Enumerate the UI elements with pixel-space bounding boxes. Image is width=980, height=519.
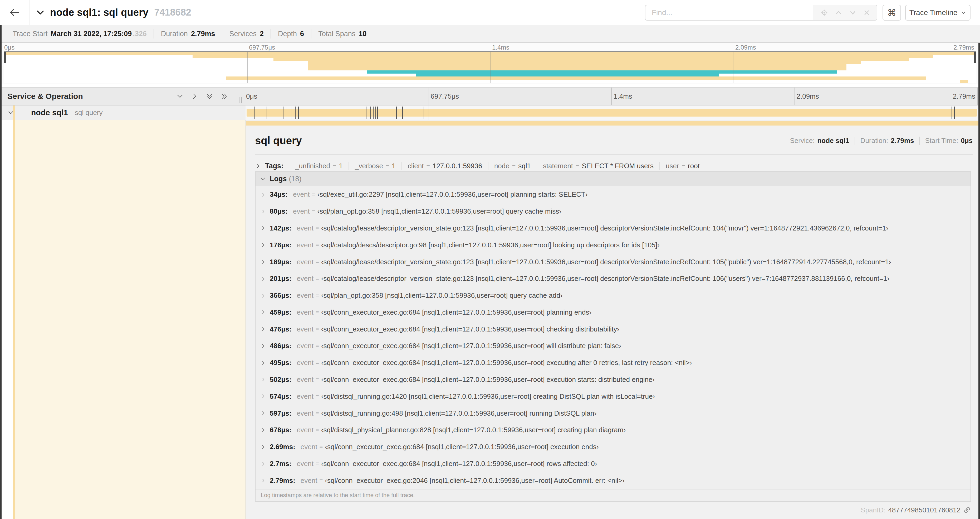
minimap-right-scrubber-handle[interactable]: [974, 52, 976, 63]
back-button[interactable]: [0, 0, 30, 25]
focus-target-icon[interactable]: [820, 9, 828, 17]
command-key-icon: ⌘: [887, 7, 896, 18]
log-tick-mark: [402, 107, 403, 119]
log-entry-row[interactable]: 366μs: event = ‹sql/plan_opt.go:358 [nsq…: [256, 287, 970, 304]
service-operation-header: Service & Operation: [0, 88, 245, 105]
expand-all-icon[interactable]: [220, 92, 228, 100]
log-tick-mark: [377, 107, 378, 119]
deep-link-icon[interactable]: [963, 506, 971, 514]
log-event-message: ‹sql/distsql_running.go:1420 [nsql1,clie…: [321, 393, 655, 401]
tag-item[interactable]: user=root: [660, 162, 705, 170]
expand-one-icon[interactable]: [191, 92, 199, 100]
log-entry-row[interactable]: 459μs: event = ‹sql/conn_executor_exec.g…: [256, 304, 970, 321]
detail-meta-item: Start Time:0μs: [920, 137, 973, 145]
log-entry-row[interactable]: 80μs: event = ‹sql/plan_opt.go:358 [nsql…: [256, 203, 970, 220]
page-title: node sql1: sql query: [50, 7, 149, 18]
span-detail-panel: sql query Service:node sql1Duration:2.79…: [246, 120, 978, 519]
log-timestamp: 80μs:: [270, 207, 288, 216]
span-row[interactable]: node sql1 sql query: [2, 105, 980, 120]
log-event-message: ‹sql/plan_opt.go:358 [nsql1,client=127.0…: [321, 291, 562, 300]
log-equals: =: [312, 208, 315, 215]
log-event-key: event: [297, 460, 313, 468]
span-operation-name: sql query: [75, 109, 103, 117]
log-equals: =: [316, 292, 319, 299]
tick-label: 0μs: [4, 44, 14, 51]
log-entry-row[interactable]: 201μs: event = ‹sql/catalog/lease/descri…: [256, 270, 970, 287]
log-equals: =: [319, 477, 323, 484]
column-resizer-grip[interactable]: [239, 97, 242, 103]
find-clear-icon[interactable]: [863, 9, 870, 16]
caret-down-icon: [961, 10, 966, 16]
find-next-icon[interactable]: [849, 9, 857, 17]
log-event-message: ‹sql/distsql_physical_planner.go:828 [ns…: [321, 426, 626, 434]
keyboard-shortcut-button[interactable]: ⌘: [883, 5, 901, 21]
log-equals: =: [316, 259, 319, 265]
log-chevron-right-icon: [260, 461, 266, 466]
tag-item[interactable]: statement=SELECT * FROM users: [537, 162, 660, 170]
log-entry-row[interactable]: 678μs: event = ‹sql/distsql_physical_pla…: [256, 422, 970, 439]
log-tick-mark: [295, 107, 296, 119]
tags-row[interactable]: Tags: _unfinished=1_verbose=1client=127.…: [255, 159, 973, 173]
tick-label: 697.75μs: [249, 44, 275, 51]
log-entry-row[interactable]: 495μs: event = ‹sql/conn_executor_exec.g…: [256, 355, 970, 371]
log-entry-row[interactable]: 574μs: event = ‹sql/distsql_running.go:1…: [256, 388, 970, 405]
minimap-left-scrubber-handle[interactable]: [4, 52, 6, 63]
log-entry-row[interactable]: 2.69ms: event = ‹sql/conn_executor_exec.…: [256, 439, 970, 455]
find-prev-icon[interactable]: [835, 9, 843, 17]
tag-item[interactable]: client=127.0.0.1:59936: [402, 162, 488, 170]
log-entry-row[interactable]: 502μs: event = ‹sql/conn_executor_exec.g…: [256, 371, 970, 388]
log-timestamp: 2.7ms:: [270, 460, 291, 468]
log-entry-row[interactable]: 34μs: event = ‹sql/exec_util.go:2297 [ns…: [256, 186, 970, 203]
logs-header[interactable]: Logs (18): [256, 172, 970, 186]
detail-operation-name: sql query: [255, 135, 302, 147]
detail-meta-item: Duration:2.79ms: [855, 137, 920, 145]
minimap-span-bar: [308, 64, 846, 67]
trace-info-item: Total Spans10: [312, 29, 373, 38]
log-entry-row[interactable]: 176μs: event = ‹sql/catalog/descs/descri…: [256, 236, 970, 254]
log-entry-row[interactable]: 476μs: event = ‹sql/conn_executor_exec.g…: [256, 321, 970, 338]
span-id-row: SpanID: 4877749850101760812: [861, 504, 971, 516]
logs-title: Logs: [270, 175, 287, 183]
log-tick-mark: [292, 107, 292, 119]
minimap-span-bar: [4, 52, 976, 55]
logs-rows: 34μs: event = ‹sql/exec_util.go:2297 [ns…: [256, 186, 970, 489]
minimap-canvas[interactable]: [4, 51, 976, 83]
log-tick-mark: [396, 107, 397, 119]
timeline-ruler: 0μs697.75μs1.4ms2.09ms2.79ms: [245, 88, 978, 105]
log-timestamp: 366μs:: [270, 291, 291, 300]
log-equals: =: [316, 376, 319, 383]
log-entry-row[interactable]: 189μs: event = ‹sql/catalog/lease/descri…: [256, 254, 970, 270]
logs-chevron-down-icon: [260, 176, 266, 182]
find-suffix-controls: [813, 5, 877, 20]
log-timestamp: 495μs:: [270, 359, 291, 367]
log-entry-row[interactable]: 597μs: event = ‹sql/distsql_running.go:4…: [256, 405, 970, 422]
log-entry-row[interactable]: 2.7ms: event = ‹sql/conn_executor_exec.g…: [256, 455, 970, 472]
span-row-timeline[interactable]: [245, 105, 978, 120]
span-duration-bar[interactable]: [247, 109, 977, 117]
view-selector-button[interactable]: Trace Timeline: [905, 5, 970, 21]
tag-item[interactable]: _unfinished=1: [289, 162, 349, 170]
log-equals: =: [316, 309, 319, 316]
log-equals: =: [316, 326, 319, 332]
window-left-edge: [0, 25, 2, 519]
log-timestamp: 189μs:: [270, 258, 291, 266]
log-event-key: event: [297, 426, 313, 434]
log-entry-row[interactable]: 2.79ms: event = ‹sql/conn_executor_exec.…: [256, 472, 970, 489]
log-entry-row[interactable]: 486μs: event = ‹sql/conn_executor_exec.g…: [256, 338, 970, 355]
trace-minimap: 0μs697.75μs1.4ms2.09ms2.79ms: [0, 43, 980, 85]
log-chevron-right-icon: [260, 393, 266, 399]
collapse-one-icon[interactable]: [176, 92, 184, 100]
title-chevron-down-icon[interactable]: [35, 7, 45, 18]
detail-accent-bar: [13, 120, 15, 519]
log-timestamp: 678μs:: [270, 426, 291, 434]
find-input[interactable]: [646, 5, 813, 20]
log-timestamp: 597μs:: [270, 409, 291, 417]
tag-item[interactable]: node=sql1: [488, 162, 537, 170]
span-id-label: SpanID:: [861, 506, 885, 514]
find-box: [645, 5, 877, 21]
collapse-all-icon[interactable]: [205, 92, 213, 100]
minimap-span-bar: [416, 73, 719, 77]
tag-item[interactable]: _verbose=1: [349, 162, 402, 170]
log-timestamp: 486μs:: [270, 342, 291, 350]
log-entry-row[interactable]: 142μs: event = ‹sql/catalog/lease/descri…: [256, 220, 970, 237]
